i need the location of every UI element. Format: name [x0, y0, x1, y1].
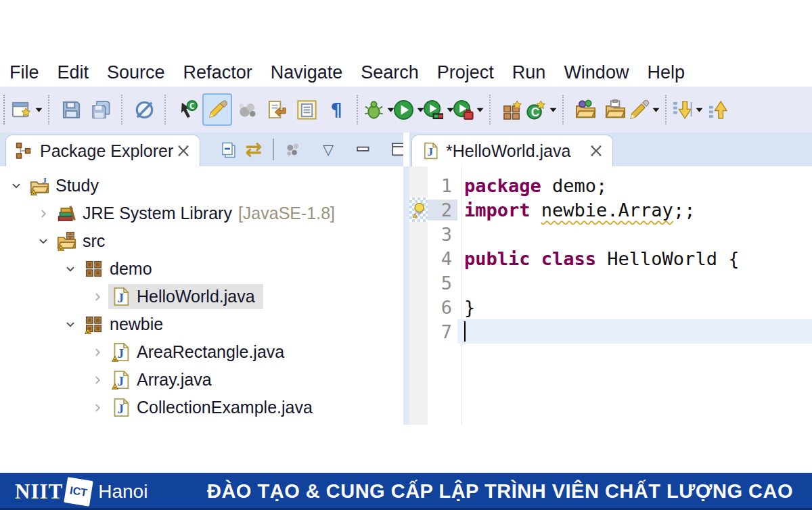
code-token: newbie.Array [541, 200, 673, 221]
code-token: public class [464, 248, 596, 269]
tree-item-study[interactable]: JStudy [0, 172, 403, 200]
code-editor[interactable]: 1package demo;2import newbie.Array;;34pu… [409, 166, 812, 425]
annotation-cell [409, 271, 428, 295]
toolbar-separator [48, 95, 51, 124]
footer-banner: NIIT ICT Hanoi ĐÀO TẠO & CUNG CẤP LẬP TR… [0, 473, 812, 510]
minimize-button[interactable] [351, 135, 376, 164]
tree-item-collectionexample-java[interactable]: JCollectionExample.java [0, 394, 403, 421]
tree-item-entry: JAreaRectangle.java [108, 340, 292, 365]
save-all-icon [91, 99, 112, 120]
jre-library-icon [57, 204, 76, 223]
code-line-6: 6} [409, 295, 812, 319]
torch-button[interactable] [630, 93, 660, 126]
svg-text:J: J [117, 402, 124, 416]
menu-refactor[interactable]: Refactor [183, 62, 252, 83]
code-area[interactable]: 1package demo;2import newbie.Array;;34pu… [409, 173, 812, 344]
tree-item-demo[interactable]: demo [0, 255, 403, 283]
doc-return-button[interactable] [262, 93, 292, 126]
svg-text:C: C [189, 100, 194, 110]
tree-item-entry: JHelloWorld.java [108, 284, 263, 309]
line-number: 6 [428, 297, 457, 318]
new-java-project-button[interactable] [497, 93, 527, 126]
tree-item-jre-system-library[interactable]: JRE System Library[JavaSE-1.8] [0, 200, 403, 227]
highlighter-icon [207, 99, 228, 120]
toolbar-drag-handle[interactable] [3, 95, 9, 124]
menu-navigate[interactable]: Navigate [271, 62, 343, 83]
chevron-down-icon[interactable] [5, 180, 27, 192]
save-button[interactable] [56, 93, 86, 126]
panel-sash[interactable] [403, 166, 409, 425]
open-folder-import-button[interactable] [570, 93, 600, 126]
view-menu-button[interactable] [280, 135, 306, 164]
menu-run[interactable]: Run [512, 62, 546, 83]
tree-item-array-java[interactable]: JArray.java [0, 366, 403, 394]
code-token: ;; [673, 200, 696, 221]
code-token: } [464, 297, 475, 318]
prev-annotation-button[interactable] [703, 93, 733, 126]
line-number: 7 [428, 321, 457, 342]
tree-item-newbie[interactable]: newbie [0, 310, 403, 338]
code-token: demo; [541, 175, 608, 196]
svg-text:J: J [117, 346, 124, 361]
save-all-button[interactable] [86, 93, 116, 126]
close-icon[interactable] [177, 144, 190, 158]
menu-help[interactable]: Help [647, 62, 685, 83]
chevron-down-icon[interactable] [60, 319, 81, 331]
chevron-right-icon[interactable] [32, 208, 54, 220]
menu-project[interactable]: Project [437, 62, 494, 83]
run-button[interactable] [394, 93, 424, 126]
profile-button[interactable] [454, 93, 484, 126]
svg-text:J: J [427, 145, 433, 158]
chevron-right-icon[interactable] [87, 374, 108, 386]
skip-breakpoints-button[interactable] [129, 93, 159, 126]
tree-item-src[interactable]: src [0, 227, 403, 255]
pilcrow-button[interactable]: ¶ [321, 93, 351, 126]
prev-annotation-icon [708, 99, 729, 120]
editor-tab-label: *HelloWorld.java [446, 141, 570, 161]
debug-icon [363, 99, 384, 120]
dropdown-arrow-icon[interactable] [651, 106, 661, 114]
menu-source[interactable]: Source [107, 62, 165, 83]
toolbar-separator [562, 95, 565, 124]
link-with-editor-button[interactable]: ⇄ [241, 135, 267, 164]
chevron-right-icon[interactable] [87, 346, 108, 358]
explorer-view-toolbar: ⇄▽ [215, 133, 411, 166]
menu-file[interactable]: File [9, 62, 39, 83]
tree-item-decoration: [JavaSE-1.8] [238, 204, 335, 223]
dropdown-arrow-icon[interactable] [548, 106, 558, 114]
new-wizard-button[interactable] [13, 93, 43, 126]
dropdown-chevron-button[interactable]: ▽ [315, 135, 341, 164]
highlighter-button[interactable] [202, 93, 232, 126]
collapse-all-button[interactable] [215, 135, 241, 164]
toolbar-separator [489, 95, 492, 124]
chevron-right-icon[interactable] [87, 291, 108, 303]
doc-box-button[interactable] [292, 93, 321, 126]
tree-item-helloworld-java[interactable]: JHelloWorld.java [0, 283, 403, 310]
menu-search[interactable]: Search [361, 62, 419, 83]
view-toolbar-separator [273, 139, 274, 160]
dropdown-arrow-icon[interactable] [34, 106, 44, 114]
dropdown-arrow-icon[interactable] [475, 106, 485, 114]
package-explorer-tab[interactable]: Package Explorer [5, 135, 200, 166]
pilcrow-icon: ¶ [330, 101, 342, 119]
open-folder-clip-button[interactable] [600, 93, 630, 126]
chevron-down-icon[interactable] [32, 235, 54, 248]
close-icon[interactable] [589, 144, 603, 158]
launch-config-button[interactable]: C [173, 93, 202, 126]
new-class-button[interactable]: C [527, 93, 557, 126]
code-line-content: } [457, 295, 812, 319]
chevron-right-icon[interactable] [87, 402, 108, 414]
java-file-icon: J [111, 287, 131, 306]
menu-edit[interactable]: Edit [58, 62, 89, 83]
menu-window[interactable]: Window [564, 62, 629, 83]
menu-bar: FileEditSourceRefactorNavigateSearchProj… [0, 58, 812, 87]
tree-item-arearectangle-java[interactable]: JAreaRectangle.java [0, 338, 403, 366]
coverage-button[interactable] [424, 93, 454, 126]
next-annotation-button[interactable] [673, 93, 703, 126]
chevron-down-icon[interactable] [60, 263, 81, 275]
editor-tab[interactable]: J *HelloWorld.java [411, 135, 613, 166]
code-line-7: 7 [409, 319, 812, 344]
spray-button[interactable] [232, 93, 262, 126]
debug-button[interactable] [365, 93, 394, 126]
tree-item-entry: newbie [81, 312, 171, 337]
